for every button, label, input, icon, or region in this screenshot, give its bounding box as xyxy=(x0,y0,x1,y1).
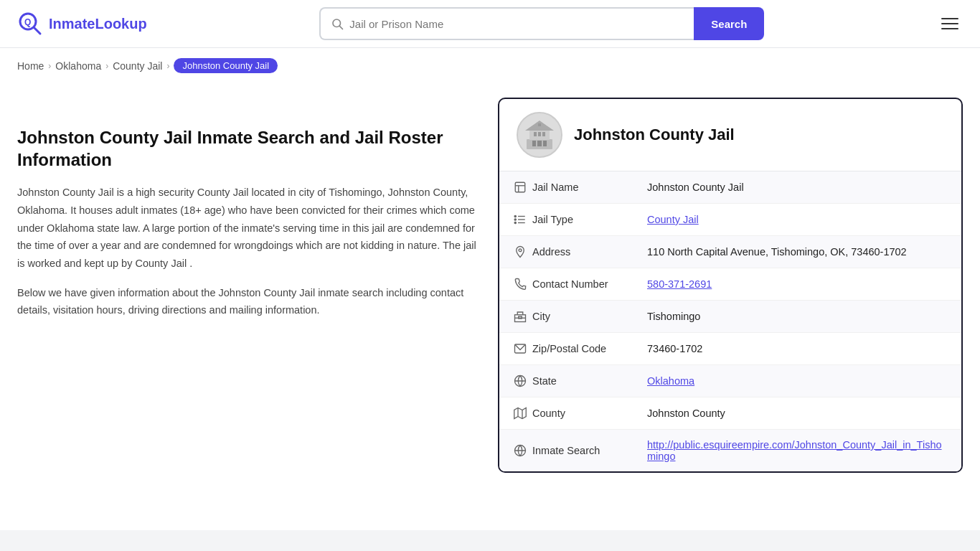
table-row: Zip/Postal Code 73460-1702 xyxy=(499,333,961,365)
breadcrumb-sep-3: › xyxy=(166,61,169,71)
table-row: Inmate Search http://public.esquireempir… xyxy=(499,430,961,471)
phone-icon xyxy=(514,278,532,291)
search-input-wrap xyxy=(319,7,694,40)
svg-point-24 xyxy=(519,249,522,252)
svg-point-23 xyxy=(514,222,516,223)
contact-value: 580-371-2691 xyxy=(647,278,947,290)
breadcrumb-county-jail[interactable]: County Jail xyxy=(113,60,162,72)
svg-rect-12 xyxy=(538,132,541,136)
city-label: City xyxy=(532,311,647,322)
breadcrumb-sep-2: › xyxy=(105,61,108,71)
svg-rect-15 xyxy=(515,182,525,192)
svg-line-4 xyxy=(340,26,343,29)
logo-link[interactable]: Q InmateLookup xyxy=(17,11,147,37)
search-bar: Search xyxy=(319,7,764,40)
inmate-search-link[interactable]: http://public.esquireempire.com/Johnston… xyxy=(647,439,942,462)
search-icon xyxy=(331,17,344,30)
jail-card-header: Johnston County Jail xyxy=(499,99,961,171)
breadcrumb-active: Johnston County Jail xyxy=(174,58,278,73)
logo-text: InmateLookup xyxy=(49,16,147,32)
contact-label: Contact Number xyxy=(532,278,647,290)
jail-card: Johnston County Jail Jail Name Johnston … xyxy=(498,98,963,473)
right-column: Johnston County Jail Jail Name Johnston … xyxy=(498,98,963,473)
page-desc-1: Johnston County Jail is a high security … xyxy=(17,184,476,272)
state-value: Oklahoma xyxy=(647,375,947,387)
breadcrumb-oklahoma[interactable]: Oklahoma xyxy=(55,60,101,72)
state-link[interactable]: Oklahoma xyxy=(647,375,694,387)
mail-icon xyxy=(514,342,532,355)
hamburger-line-3 xyxy=(941,28,958,29)
jail-icon xyxy=(514,181,532,194)
main-content: Johnston County Jail Inmate Search and J… xyxy=(0,83,980,501)
footer xyxy=(0,530,980,551)
jail-name-label: Jail Name xyxy=(532,182,647,193)
zip-label: Zip/Postal Code xyxy=(532,343,647,354)
logo-icon: Q xyxy=(17,11,43,37)
map-icon xyxy=(514,407,532,420)
jail-type-link[interactable]: County Jail xyxy=(647,214,699,225)
city-icon xyxy=(514,310,532,323)
svg-rect-13 xyxy=(542,132,545,136)
list-icon xyxy=(514,213,532,226)
breadcrumb-home[interactable]: Home xyxy=(17,60,44,72)
svg-rect-11 xyxy=(534,132,537,136)
breadcrumb-sep-1: › xyxy=(48,61,51,71)
left-column: Johnston County Jail Inmate Search and J… xyxy=(17,98,476,473)
breadcrumb: Home › Oklahoma › County Jail › Johnston… xyxy=(0,48,980,83)
contact-link[interactable]: 580-371-2691 xyxy=(647,278,712,290)
zip-value: 73460-1702 xyxy=(647,343,947,354)
svg-rect-9 xyxy=(537,141,542,146)
county-value: Johnston County xyxy=(647,408,947,419)
address-label: Address xyxy=(532,246,647,258)
jail-building-icon xyxy=(522,118,557,152)
svg-point-22 xyxy=(514,219,516,220)
page-desc-2: Below we have given information about th… xyxy=(17,284,476,319)
table-row: Jail Type County Jail xyxy=(499,204,961,236)
inmate-search-label: Inmate Search xyxy=(532,445,647,456)
jail-avatar xyxy=(517,112,562,158)
county-label: County xyxy=(532,408,647,419)
page-title: Johnston County Jail Inmate Search and J… xyxy=(17,126,476,171)
table-row: Contact Number 580-371-2691 xyxy=(499,268,961,301)
pin-icon xyxy=(514,245,532,258)
svg-line-1 xyxy=(34,27,40,34)
info-table: Jail Name Johnston County Jail Jail Type… xyxy=(499,171,961,471)
jail-type-label: Jail Type xyxy=(532,214,647,225)
table-row: Address 110 North Capital Avenue, Tishom… xyxy=(499,236,961,268)
search-button[interactable]: Search xyxy=(694,7,764,40)
city-value: Tishomingo xyxy=(647,311,947,322)
hamburger-menu[interactable] xyxy=(937,14,963,34)
globe2-icon xyxy=(514,444,532,457)
site-header: Q InmateLookup Search xyxy=(0,0,980,48)
jail-card-title: Johnston County Jail xyxy=(574,126,735,144)
table-row: City Tishomingo xyxy=(499,301,961,333)
svg-rect-28 xyxy=(519,316,522,319)
hamburger-line-1 xyxy=(941,18,958,19)
table-row: State Oklahoma xyxy=(499,365,961,397)
address-value: 110 North Capital Avenue, Tishomingo, OK… xyxy=(647,246,947,258)
jail-name-value: Johnston County Jail xyxy=(647,182,947,193)
state-label: State xyxy=(532,375,647,387)
hamburger-line-2 xyxy=(941,23,958,24)
jail-type-value: County Jail xyxy=(647,214,947,225)
svg-text:Q: Q xyxy=(24,17,31,27)
search-input[interactable] xyxy=(349,18,684,30)
svg-rect-10 xyxy=(543,141,547,146)
globe-icon xyxy=(514,375,532,387)
svg-marker-32 xyxy=(514,408,527,419)
svg-point-21 xyxy=(514,215,516,217)
inmate-search-value: http://public.esquireempire.com/Johnston… xyxy=(647,439,947,462)
table-row: Jail Name Johnston County Jail xyxy=(499,171,961,204)
svg-rect-14 xyxy=(538,123,541,126)
svg-rect-8 xyxy=(532,141,536,146)
table-row: County Johnston County xyxy=(499,397,961,430)
